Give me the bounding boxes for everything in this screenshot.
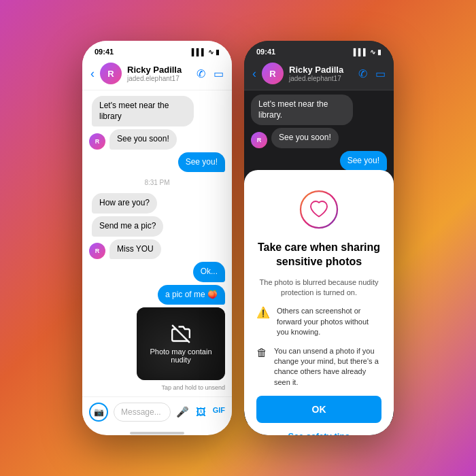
contact-name-left: Ricky Padilla	[127, 65, 191, 75]
ok-button[interactable]: OK	[256, 396, 381, 423]
home-indicator-left	[130, 432, 184, 435]
status-icons-right: ▌▌▌ ∿ ▮	[354, 48, 381, 56]
msg-2: See you soon!	[109, 129, 177, 150]
header-icons-right: ✆ ▭	[358, 67, 386, 80]
right-phone: 09:41 ▌▌▌ ∿ ▮ ‹ R Ricky Padilla jaded.el…	[244, 41, 394, 435]
input-icons-left: 🎤 🖼 GIF	[176, 406, 225, 418]
battery-icon: ▮	[216, 48, 220, 56]
modal-warning-1: ⚠️ Others can screenshot or forward your…	[256, 306, 381, 337]
right-phone-inner: 09:41 ▌▌▌ ∿ ▮ ‹ R Ricky Padilla jaded.el…	[244, 41, 394, 435]
back-button-right[interactable]: ‹	[252, 67, 256, 81]
modal-title: Take care when sharing sensitive photos	[256, 241, 381, 269]
chat-header-left: ‹ R Ricky Padilla jaded.elephant17 ✆ ▭	[82, 58, 232, 90]
signal-icon: ▌▌▌	[192, 48, 206, 56]
msg-4: How are you?	[92, 193, 157, 214]
msg-1: Let's meet near the library	[92, 96, 194, 126]
time-divider: 8:31 PM	[89, 179, 225, 186]
avatar-left: R	[100, 63, 122, 84]
battery-icon-right: ▮	[377, 48, 381, 56]
warning-text-2: You can unsend a photo if you change you…	[274, 346, 381, 388]
contact-info-left: Ricky Padilla jaded.elephant17	[127, 65, 191, 82]
tap-unsend-label: Tap and hold to unsend	[161, 384, 225, 391]
msg-5: Send me a pic?	[92, 216, 163, 237]
safety-tips-link[interactable]: See safety tips	[256, 431, 381, 435]
video-icon-left[interactable]: ▭	[214, 67, 224, 80]
status-icons-left: ▌▌▌ ∿ ▮	[192, 48, 220, 56]
avatar-right: R	[262, 63, 284, 84]
chat-area-left: Let's meet near the library R See you so…	[82, 90, 232, 396]
modal-subtitle: The photo is blurred because nudity prot…	[256, 277, 381, 299]
trash-icon: 🗑	[256, 345, 267, 360]
video-icon-right[interactable]: ▭	[375, 67, 386, 80]
dark-msg-2-row: R See you soon!	[251, 128, 387, 148]
wifi-icon-right: ∿	[370, 48, 375, 56]
phones-container: 09:41 ▌▌▌ ∿ ▮ ‹ R Ricky Padilla jaded.el…	[82, 41, 394, 435]
left-phone: 09:41 ▌▌▌ ∿ ▮ ‹ R Ricky Padilla jaded.el…	[82, 41, 232, 435]
chat-header-right: ‹ R Ricky Padilla jaded.elephant17 ✆ ▭	[244, 58, 394, 90]
contact-username-right: jaded.elephant17	[289, 75, 353, 82]
back-button-left[interactable]: ‹	[90, 67, 95, 81]
call-icon-left[interactable]: ✆	[197, 67, 205, 80]
contact-username-left: jaded.elephant17	[127, 75, 191, 82]
msg-6-row: R Miss YOU	[89, 239, 225, 260]
avatar-msg-2: R	[89, 133, 105, 150]
msg-8: a pic of me 🍑	[158, 285, 225, 305]
msg-6: Miss YOU	[109, 239, 161, 260]
dark-avatar-msg-2: R	[251, 132, 267, 148]
modal-heart-icon-wrapper	[256, 189, 381, 230]
header-icons-left: ✆ ▭	[197, 67, 224, 80]
camera-button[interactable]: 📷	[89, 403, 108, 422]
warning-triangle-icon: ⚠️	[256, 305, 270, 320]
input-bar-left: 📷 Message... 🎤 🖼 GIF	[82, 396, 232, 427]
dark-msg-3: See you!	[340, 151, 387, 171]
nudity-image-bubble[interactable]: Photo may contain nudity	[137, 307, 225, 380]
time-left: 09:41	[95, 48, 114, 56]
svg-line-0	[172, 325, 190, 343]
signal-icon-right: ▌▌▌	[354, 48, 368, 56]
contact-name-right: Ricky Padilla	[289, 65, 353, 75]
wifi-icon: ∿	[208, 48, 214, 56]
heart-circle-icon	[299, 189, 339, 230]
svg-point-1	[301, 191, 337, 228]
warning-text-1: Others can screenshot or forward your ph…	[277, 306, 381, 337]
time-right: 09:41	[256, 48, 275, 56]
nudity-text: Photo may contain nudity	[137, 347, 225, 364]
gif-icon[interactable]: GIF	[213, 406, 225, 418]
msg-7: Ok...	[193, 262, 225, 282]
input-placeholder: Message...	[121, 407, 161, 417]
sensitive-photo-modal: Take care when sharing sensitive photos …	[244, 170, 394, 435]
msg-2-row: R See you soon!	[89, 129, 225, 150]
dark-msg-1: Let's meet near the library.	[251, 95, 353, 125]
gallery-icon[interactable]: 🖼	[196, 406, 206, 418]
mic-icon[interactable]: 🎤	[176, 406, 189, 418]
dark-msg-2: See you soon!	[271, 128, 339, 148]
no-photo-icon	[171, 324, 190, 343]
home-bar-left	[82, 427, 232, 435]
status-bar-left: 09:41 ▌▌▌ ∿ ▮	[82, 41, 232, 58]
message-input-left[interactable]: Message...	[114, 403, 171, 422]
msg-3: See you!	[178, 152, 225, 173]
status-bar-right: 09:41 ▌▌▌ ∿ ▮	[244, 41, 394, 58]
call-icon-right[interactable]: ✆	[358, 67, 367, 80]
avatar-msg-6: R	[89, 243, 105, 259]
modal-warning-2: 🗑 You can unsend a photo if you change y…	[256, 346, 381, 388]
contact-info-right: Ricky Padilla jaded.elephant17	[289, 65, 353, 82]
nudity-overlay: Photo may contain nudity	[137, 307, 225, 380]
